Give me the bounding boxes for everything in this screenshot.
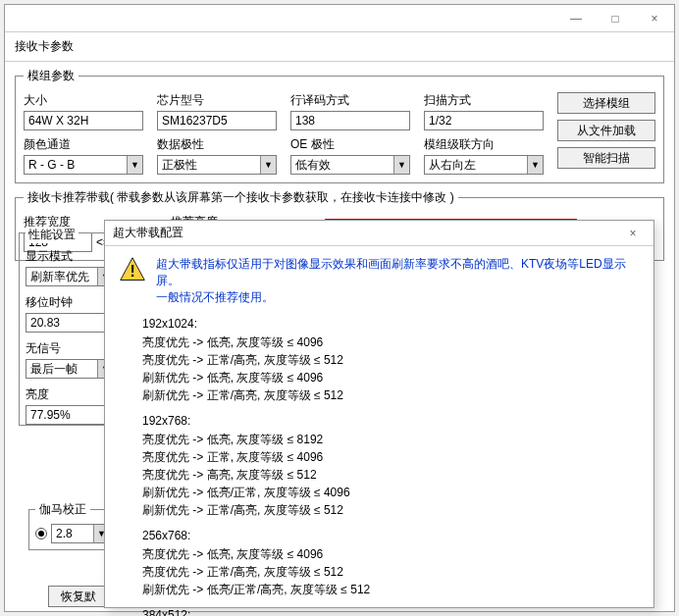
- gamma-legend: 伽马校正: [35, 501, 90, 518]
- main-titlebar: — □ ×: [5, 5, 674, 32]
- chip-field: 芯片型号: [157, 92, 277, 130]
- smart-scan-button[interactable]: 智能扫描: [557, 147, 655, 169]
- dialog-warning-text: 超大带载指标仅适用于对图像显示效果和画面刷新率要求不高的酒吧、KTV夜场等LED…: [156, 256, 640, 305]
- module-params-fieldset: 模组参数 大小 芯片型号 行译码方式 扫描方式 选择模组 从文件加载 智能扫描: [15, 68, 664, 183]
- maximize-button[interactable]: □: [596, 5, 635, 32]
- datapol-field: 数据极性 正极性 ▼: [157, 136, 277, 175]
- color-label: 颜色通道: [24, 136, 143, 153]
- oe-field: OE 极性 低有效 ▼: [290, 136, 410, 175]
- color-field: 颜色通道 R - G - B ▼: [24, 136, 143, 175]
- gamma-radio[interactable]: [35, 528, 47, 539]
- perf-fieldset: 性能设置 显示模式 刷新率优先 ▼ 移位时钟 无信号 最后一帧 ▼: [19, 232, 111, 426]
- spec-line: 刷新优先 -> 低亮/正常, 灰度等级 ≤ 4096: [142, 484, 640, 501]
- spec-resolution: 384x512:: [142, 606, 640, 616]
- decode-label: 行译码方式: [290, 92, 410, 109]
- shift-label: 移位时钟: [26, 294, 114, 311]
- panel-title: 接收卡参数: [5, 32, 674, 62]
- spec-block: 192x768:亮度优先 -> 低亮, 灰度等级 ≤ 8192亮度优先 -> 正…: [142, 412, 640, 519]
- cascade-field: 模组级联方向 从右向左 ▼: [424, 136, 544, 175]
- spec-line: 亮度优先 -> 高亮, 灰度等级 ≤ 512: [142, 466, 640, 484]
- spec-line: 亮度优先 -> 正常/高亮, 灰度等级 ≤ 512: [142, 351, 640, 369]
- spec-resolution: 192x768:: [142, 412, 640, 430]
- spec-block: 256x768:亮度优先 -> 低亮, 灰度等级 ≤ 4096亮度优先 -> 正…: [142, 527, 640, 598]
- svg-text:!: !: [130, 263, 134, 280]
- dialog-body: ! 超大带载指标仅适用于对图像显示效果和画面刷新率要求不高的酒吧、KTV夜场等L…: [105, 246, 653, 616]
- dialog-title: 超大带载配置: [113, 225, 183, 241]
- spec-line: 刷新优先 -> 低亮/正常/高亮, 灰度等级 ≤ 512: [142, 581, 640, 598]
- perf-legend: 性能设置: [26, 227, 78, 243]
- chip-label: 芯片型号: [157, 92, 277, 109]
- decode-input[interactable]: [290, 111, 410, 130]
- spec-line: 亮度优先 -> 正常, 灰度等级 ≤ 4096: [142, 448, 640, 466]
- recommended-legend: 接收卡推荐带载( 带载参数从该屏幕第一个接收卡参数获取，在接收卡连接中修改 ): [24, 189, 458, 206]
- chevron-down-icon: ▼: [393, 156, 409, 174]
- spec-resolution: 192x1024:: [142, 315, 640, 333]
- cascade-combo[interactable]: 从右向左 ▼: [424, 155, 544, 175]
- gamma-value: 2.8: [56, 527, 73, 540]
- window-controls: — □ ×: [556, 5, 674, 32]
- decode-field: 行译码方式: [290, 92, 410, 130]
- color-combo[interactable]: R - G - B ▼: [24, 155, 143, 175]
- warning-icon: !: [119, 256, 146, 286]
- datapol-value: 正极性: [162, 157, 197, 174]
- spec-resolution: 256x768:: [142, 527, 640, 544]
- dialog-close-button[interactable]: ×: [618, 223, 648, 244]
- scan-input[interactable]: [424, 111, 544, 130]
- oe-combo[interactable]: 低有效 ▼: [290, 155, 410, 175]
- datapol-combo[interactable]: 正极性 ▼: [157, 155, 277, 175]
- spec-line: 亮度优先 -> 低亮, 灰度等级 ≤ 8192: [142, 431, 640, 448]
- minimize-button[interactable]: —: [556, 5, 596, 32]
- spec-block: 384x512:亮度优先 -> 低亮, 灰度等级 ≤ 4096亮度优先 -> 正…: [142, 606, 640, 616]
- spec-line: 亮度优先 -> 低亮, 灰度等级 ≤ 4096: [142, 545, 640, 563]
- display-mode-value: 刷新率优先: [30, 269, 89, 285]
- bright-input[interactable]: [26, 405, 114, 425]
- spec-line: 刷新优先 -> 正常/高亮, 灰度等级 ≤ 512: [142, 501, 640, 519]
- cascade-value: 从右向左: [429, 157, 476, 174]
- chip-input[interactable]: [157, 111, 277, 130]
- cascade-label: 模组级联方向: [424, 136, 544, 153]
- bright-label: 亮度: [26, 386, 114, 403]
- spec-line: 亮度优先 -> 正常/高亮, 灰度等级 ≤ 512: [142, 563, 640, 581]
- nosignal-combo[interactable]: 最后一帧 ▼: [26, 359, 114, 379]
- shift-input[interactable]: [26, 313, 114, 333]
- oe-label: OE 极性: [290, 136, 410, 153]
- huge-load-dialog: 超大带载配置 × ! 超大带载指标仅适用于对图像显示效果和画面刷新率要求不高的酒…: [104, 220, 654, 608]
- oe-value: 低有效: [295, 157, 331, 174]
- chevron-down-icon: ▼: [260, 156, 276, 174]
- size-input[interactable]: [24, 111, 143, 130]
- nosignal-value: 最后一帧: [30, 361, 78, 378]
- gamma-combo[interactable]: 2.8 ▼: [51, 524, 110, 543]
- datapol-label: 数据极性: [157, 136, 277, 153]
- size-field: 大小: [24, 92, 143, 130]
- color-value: R - G - B: [28, 158, 75, 172]
- close-button[interactable]: ×: [635, 5, 674, 32]
- dialog-titlebar: 超大带载配置 ×: [105, 221, 653, 246]
- select-module-button[interactable]: 选择模组: [557, 92, 655, 114]
- scan-label: 扫描方式: [424, 92, 544, 109]
- scan-field: 扫描方式: [424, 92, 544, 130]
- chevron-down-icon: ▼: [527, 156, 543, 174]
- display-mode-label: 显示模式: [26, 248, 114, 265]
- spec-line: 刷新优先 -> 正常/高亮, 灰度等级 ≤ 512: [142, 386, 640, 404]
- right-button-column: 选择模组 从文件加载 智能扫描: [557, 92, 655, 169]
- spec-line: 刷新优先 -> 低亮, 灰度等级 ≤ 4096: [142, 369, 640, 386]
- restore-defaults-button[interactable]: 恢复默: [48, 586, 109, 607]
- spec-block: 192x1024:亮度优先 -> 低亮, 灰度等级 ≤ 4096亮度优先 -> …: [142, 315, 640, 404]
- module-params-legend: 模组参数: [24, 68, 78, 84]
- chevron-down-icon: ▼: [127, 156, 142, 174]
- size-label: 大小: [24, 92, 143, 109]
- display-mode-combo[interactable]: 刷新率优先 ▼: [26, 267, 114, 286]
- load-from-file-button[interactable]: 从文件加载: [557, 120, 655, 141]
- spec-line: 亮度优先 -> 低亮, 灰度等级 ≤ 4096: [142, 334, 640, 351]
- nosignal-label: 无信号: [26, 340, 114, 357]
